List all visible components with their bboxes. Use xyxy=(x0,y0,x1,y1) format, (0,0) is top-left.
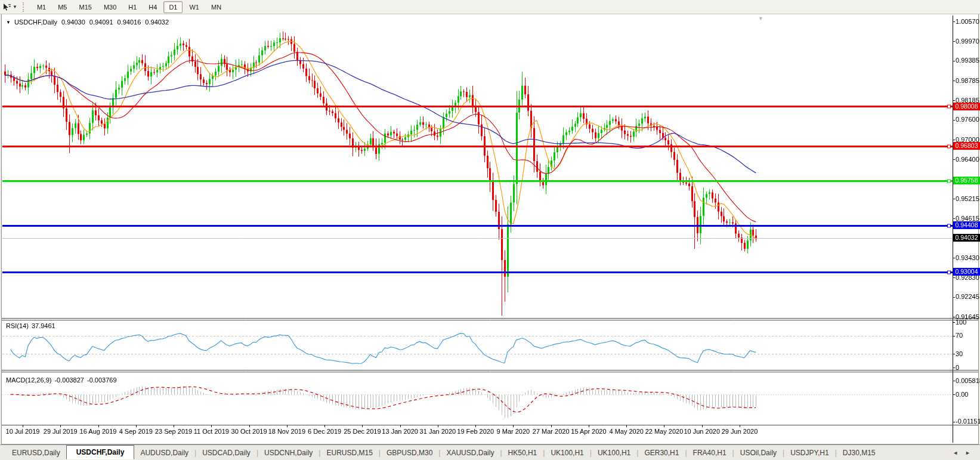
tab-usoil-daily[interactable]: USOil,Daily xyxy=(734,446,783,459)
cursor-tool[interactable]: ▼ xyxy=(0,2,20,12)
tab-uk100-h1[interactable]: UK100,H1 xyxy=(545,446,589,459)
crosshair-tool-icon xyxy=(2,2,11,12)
tab-dj30-m15[interactable]: DJ30,M15 xyxy=(837,446,882,459)
tab-ger30-h1[interactable]: GER30,H1 xyxy=(638,446,685,459)
tab-usdcnh-daily[interactable]: USDCNH,Daily xyxy=(258,446,319,459)
tab-eurusd-daily[interactable]: EURUSD,Daily xyxy=(6,446,66,459)
tabs-scroll-right-icon[interactable]: ► xyxy=(965,450,970,456)
timeframe-button-W1[interactable]: W1 xyxy=(184,1,205,13)
tab-eurusd-m15[interactable]: EURUSD,M15 xyxy=(320,446,378,459)
tabs-scroll-left-icon[interactable]: ◄ xyxy=(953,450,958,456)
tab-scroll-arrows: ◄► xyxy=(943,450,980,456)
tab-gbpusd-m30[interactable]: GBPUSD,M30 xyxy=(381,446,438,459)
timeframe-button-M5[interactable]: M5 xyxy=(52,1,72,13)
tab-audusd-daily[interactable]: AUDUSD,Daily xyxy=(134,446,194,459)
toolbar-grip xyxy=(23,2,26,12)
timeframe-button-H4[interactable]: H4 xyxy=(143,1,162,13)
chart-tab-bar: EURUSD,DailyUSDCHF,DailyAUDUSD,Daily|USD… xyxy=(0,444,980,460)
tab-hk50-h1[interactable]: HK50,H1 xyxy=(502,446,543,459)
chevron-down-icon[interactable]: ▼ xyxy=(13,4,17,10)
tab-usdjpy-h1[interactable]: USDJPY,H1 xyxy=(784,446,834,459)
timeframe-button-M1[interactable]: M1 xyxy=(32,1,51,13)
timeframe-button-M15[interactable]: M15 xyxy=(73,1,97,13)
timeframe-buttons: M1M5M15M30H1H4D1W1MN xyxy=(29,1,229,13)
tab-uk100-h1[interactable]: UK100,H1 xyxy=(592,446,636,459)
timeframe-button-D1[interactable]: D1 xyxy=(163,1,183,13)
timeframe-toolbar: ▼ M1M5M15M30H1H4D1W1MN xyxy=(0,0,980,14)
tab-fra40-h1[interactable]: FRA40,H1 xyxy=(687,446,732,459)
timeframe-button-MN[interactable]: MN xyxy=(206,1,227,13)
tab-usdchf-daily[interactable]: USDCHF,Daily xyxy=(66,445,135,459)
tab-usdcad-daily[interactable]: USDCAD,Daily xyxy=(196,446,256,459)
chart-canvas[interactable] xyxy=(0,0,980,460)
timeframe-button-H1[interactable]: H1 xyxy=(123,1,142,13)
timeframe-button-M30[interactable]: M30 xyxy=(98,1,122,13)
tab-xauusd-daily[interactable]: XAUUSD,Daily xyxy=(440,446,500,459)
